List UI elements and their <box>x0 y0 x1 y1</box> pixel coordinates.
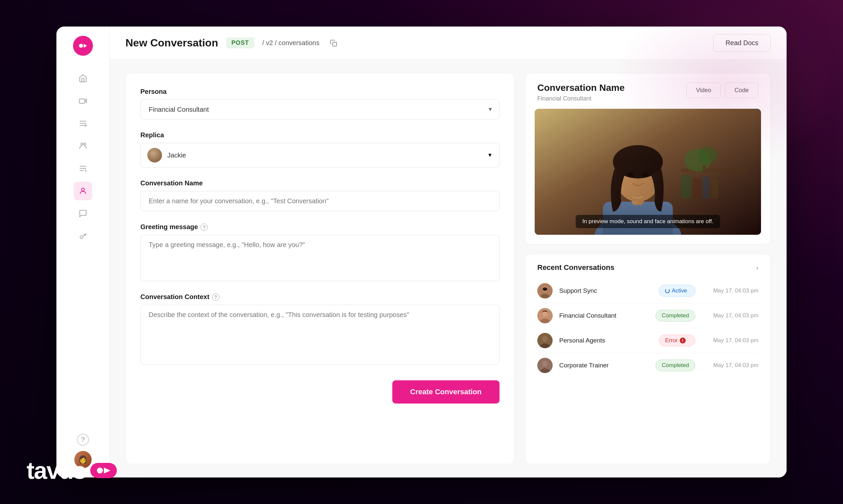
sidebar-item-chat[interactable] <box>74 204 92 223</box>
svg-point-7 <box>85 125 86 126</box>
video-overlay-text: In preview mode, sound and face animatio… <box>576 215 720 228</box>
persona-label: Persona <box>140 88 499 95</box>
svg-rect-20 <box>703 177 709 198</box>
replica-select[interactable]: Jackie ▼ <box>140 143 499 167</box>
status-badge-corporate-trainer: Completed <box>655 359 695 371</box>
conv-name-support-sync: Support Sync <box>559 287 652 294</box>
spinner-icon <box>665 288 670 293</box>
post-badge: POST <box>226 37 254 49</box>
status-badge-financial-consultant: Completed <box>655 310 695 322</box>
svg-point-13 <box>81 188 84 191</box>
conv-card-title: Conversation Name <box>537 83 625 93</box>
svg-rect-19 <box>693 178 701 198</box>
status-badge-support-sync: Active <box>659 285 695 297</box>
sidebar: ? 👩 <box>56 26 109 478</box>
right-panel: Conversation Name Financial Consultant V… <box>525 73 771 464</box>
svg-point-30 <box>627 173 634 176</box>
svg-point-40 <box>542 361 548 367</box>
conv-row-corporate-trainer[interactable]: Corporate Trainer Completed May 17, 04:0… <box>537 353 758 378</box>
conv-card-header: Conversation Name Financial Consultant V… <box>526 73 770 109</box>
conv-name-financial-consultant: Financial Consultant <box>559 312 649 319</box>
conv-avatar-support-sync <box>537 283 553 299</box>
video-preview: In preview mode, sound and face animatio… <box>535 109 761 235</box>
conv-card-actions: Video Code <box>686 83 758 98</box>
error-icon: ! <box>680 338 686 343</box>
svg-point-8 <box>81 143 83 145</box>
conv-name-corporate-trainer: Corporate Trainer <box>559 362 649 369</box>
svg-point-34 <box>543 287 547 291</box>
greeting-label: Greeting message ? <box>140 223 499 231</box>
sidebar-item-video[interactable] <box>74 91 92 110</box>
sidebar-nav <box>56 69 109 434</box>
tavus-brand-text: tavus <box>27 457 86 484</box>
persona-select-wrapper: Financial Consultant ▼ <box>140 100 499 119</box>
conv-date-personal-agents: May 17, 04:03 pm <box>702 337 758 344</box>
conversation-name-label: Conversation Name <box>140 179 499 187</box>
left-panel: Persona Financial Consultant ▼ Replica <box>125 73 514 464</box>
recent-conversations-card: Recent Conversations › <box>525 254 771 464</box>
replica-avatar <box>148 148 162 162</box>
persona-group: Persona Financial Consultant ▼ <box>140 88 499 119</box>
conversation-name-input[interactable] <box>140 191 499 211</box>
body-area: Persona Financial Consultant ▼ Replica <box>109 60 787 478</box>
replica-select-arrow: ▼ <box>487 152 493 158</box>
conv-name-personal-agents: Personal Agents <box>559 337 652 344</box>
persona-select[interactable]: Financial Consultant <box>140 100 499 119</box>
context-label: Conversation Context ? <box>140 293 499 301</box>
conv-avatar-personal-agents <box>537 333 553 348</box>
svg-rect-2 <box>79 99 85 104</box>
replica-label: Replica <box>140 131 499 139</box>
conv-date-support-sync: May 17, 04:03 pm <box>702 287 758 294</box>
context-help-icon[interactable]: ? <box>212 293 219 301</box>
replica-name: Jackie <box>167 151 482 159</box>
conv-avatar-corporate-trainer <box>537 358 553 373</box>
sidebar-logo[interactable] <box>73 36 93 56</box>
sidebar-item-conversations-list[interactable] <box>74 159 92 178</box>
code-tab-button[interactable]: Code <box>725 83 758 98</box>
create-conversation-button[interactable]: Create Conversation <box>392 380 499 403</box>
context-group: Conversation Context ? <box>140 293 499 364</box>
endpoint-path: / v2 / conversations <box>262 39 319 47</box>
recent-conversations-arrow[interactable]: › <box>756 264 758 272</box>
replica-group: Replica Jackie ▼ <box>140 131 499 167</box>
greeting-input[interactable] <box>140 235 499 281</box>
conv-date-financial-consultant: May 17, 04:03 pm <box>702 312 758 319</box>
sidebar-item-keys[interactable] <box>74 227 92 245</box>
conv-avatar-financial-consultant <box>537 308 553 323</box>
greeting-group: Greeting message ? <box>140 223 499 281</box>
video-tab-button[interactable]: Video <box>686 83 721 98</box>
conv-date-corporate-trainer: May 17, 04:03 pm <box>702 362 758 369</box>
main-content: New Conversation POST / v2 / conversatio… <box>109 26 787 478</box>
conversation-preview-card: Conversation Name Financial Consultant V… <box>525 73 771 245</box>
read-docs-button[interactable]: Read Docs <box>713 34 771 52</box>
recent-conversations-header: Recent Conversations › <box>537 263 758 272</box>
svg-rect-21 <box>711 180 719 198</box>
sidebar-item-active[interactable] <box>74 182 92 200</box>
svg-point-14 <box>80 236 83 239</box>
svg-marker-1 <box>84 44 87 48</box>
context-input[interactable] <box>140 305 499 364</box>
conv-card-subtitle: Financial Consultant <box>537 95 625 102</box>
conv-row-personal-agents[interactable]: Personal Agents Error ! May 17, 04:03 pm <box>537 328 758 353</box>
header: New Conversation POST / v2 / conversatio… <box>109 26 787 60</box>
svg-rect-24 <box>703 165 706 172</box>
svg-rect-15 <box>332 42 337 46</box>
sidebar-item-personas[interactable] <box>74 137 92 155</box>
svg-point-23 <box>698 147 718 163</box>
conv-row-support-sync[interactable]: Support Sync Active May 17, 04:03 pm <box>537 278 758 303</box>
svg-point-31 <box>642 173 648 176</box>
help-button[interactable]: ? <box>77 434 89 446</box>
svg-point-9 <box>84 143 86 145</box>
conv-row-financial-consultant[interactable]: Financial Consultant Completed May 17, 0… <box>537 303 758 328</box>
svg-rect-18 <box>681 175 691 198</box>
recent-conversations-title: Recent Conversations <box>537 263 614 272</box>
conversation-name-group: Conversation Name <box>140 179 499 211</box>
sidebar-item-list[interactable] <box>74 114 92 133</box>
tavus-brand: tavus <box>27 457 117 484</box>
main-window: ? 👩 New Conversation POST / v2 / convers… <box>56 26 787 478</box>
conv-card-info: Conversation Name Financial Consultant <box>537 83 625 102</box>
greeting-help-icon[interactable]: ? <box>201 223 208 231</box>
svg-point-41 <box>97 468 103 473</box>
copy-icon[interactable] <box>328 37 340 49</box>
sidebar-item-home[interactable] <box>74 69 92 88</box>
